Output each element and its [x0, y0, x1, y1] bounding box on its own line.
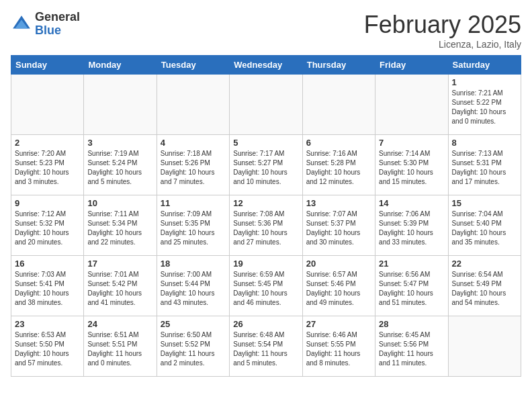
day-number: 6	[306, 138, 371, 148]
day-number: 20	[306, 259, 371, 269]
calendar-cell: 23Sunrise: 6:53 AM Sunset: 5:50 PM Dayli…	[11, 316, 84, 377]
header-monday: Monday	[84, 56, 157, 75]
day-number: 14	[379, 198, 444, 208]
logo-icon	[11, 13, 32, 35]
calendar-table: SundayMondayTuesdayWednesdayThursdayFrid…	[11, 55, 521, 377]
day-info: Sunrise: 6:56 AM Sunset: 5:47 PM Dayligh…	[379, 270, 444, 308]
calendar-week-2: 2Sunrise: 7:20 AM Sunset: 5:23 PM Daylig…	[11, 135, 521, 195]
calendar-cell: 14Sunrise: 7:06 AM Sunset: 5:39 PM Dayli…	[375, 195, 448, 256]
day-number: 12	[233, 198, 298, 208]
day-number: 18	[161, 259, 226, 269]
page-header: General Blue February 2025 Licenza, Lazi…	[11, 11, 521, 50]
day-number: 27	[306, 319, 371, 329]
day-number: 5	[233, 138, 298, 148]
calendar-cell: 12Sunrise: 7:08 AM Sunset: 5:36 PM Dayli…	[230, 195, 302, 256]
day-number: 3	[87, 138, 152, 148]
day-number: 17	[87, 259, 152, 269]
calendar-cell: 3Sunrise: 7:19 AM Sunset: 5:24 PM Daylig…	[84, 135, 157, 195]
calendar-cell: 1Sunrise: 7:21 AM Sunset: 5:22 PM Daylig…	[448, 75, 521, 135]
calendar-week-1: 1Sunrise: 7:21 AM Sunset: 5:22 PM Daylig…	[11, 75, 521, 135]
calendar-cell: 5Sunrise: 7:17 AM Sunset: 5:27 PM Daylig…	[230, 135, 302, 195]
day-number: 28	[379, 319, 444, 329]
day-number: 24	[87, 319, 152, 329]
day-info: Sunrise: 6:46 AM Sunset: 5:55 PM Dayligh…	[306, 330, 371, 368]
calendar-week-4: 16Sunrise: 7:03 AM Sunset: 5:41 PM Dayli…	[11, 256, 521, 316]
day-info: Sunrise: 7:19 AM Sunset: 5:24 PM Dayligh…	[87, 149, 152, 187]
day-info: Sunrise: 7:08 AM Sunset: 5:36 PM Dayligh…	[233, 210, 298, 247]
day-info: Sunrise: 6:50 AM Sunset: 5:52 PM Dayligh…	[161, 330, 226, 368]
calendar-cell: 21Sunrise: 6:56 AM Sunset: 5:47 PM Dayli…	[375, 256, 448, 316]
calendar-cell: 22Sunrise: 6:54 AM Sunset: 5:49 PM Dayli…	[448, 256, 521, 316]
day-info: Sunrise: 6:51 AM Sunset: 5:51 PM Dayligh…	[87, 330, 152, 368]
day-info: Sunrise: 6:57 AM Sunset: 5:46 PM Dayligh…	[306, 270, 371, 308]
day-info: Sunrise: 7:06 AM Sunset: 5:39 PM Dayligh…	[379, 210, 444, 247]
day-info: Sunrise: 7:04 AM Sunset: 5:40 PM Dayligh…	[452, 210, 517, 247]
calendar-cell: 20Sunrise: 6:57 AM Sunset: 5:46 PM Dayli…	[302, 256, 375, 316]
calendar-cell: 16Sunrise: 7:03 AM Sunset: 5:41 PM Dayli…	[11, 256, 84, 316]
title-section: February 2025 Licenza, Lazio, Italy	[364, 11, 521, 50]
day-info: Sunrise: 7:01 AM Sunset: 5:42 PM Dayligh…	[87, 270, 152, 308]
day-number: 21	[379, 259, 444, 269]
location: Licenza, Lazio, Italy	[364, 39, 521, 50]
day-info: Sunrise: 7:12 AM Sunset: 5:32 PM Dayligh…	[15, 210, 80, 247]
month-title: February 2025	[364, 11, 521, 39]
calendar-cell	[11, 75, 84, 135]
day-info: Sunrise: 7:18 AM Sunset: 5:26 PM Dayligh…	[161, 149, 226, 187]
day-number: 25	[161, 319, 226, 329]
day-info: Sunrise: 7:17 AM Sunset: 5:27 PM Dayligh…	[233, 149, 298, 187]
calendar-cell: 25Sunrise: 6:50 AM Sunset: 5:52 PM Dayli…	[157, 316, 229, 377]
logo-general: General	[35, 11, 80, 24]
day-number: 26	[233, 319, 298, 329]
day-number: 11	[161, 198, 226, 208]
day-info: Sunrise: 7:14 AM Sunset: 5:30 PM Dayligh…	[379, 149, 444, 187]
day-info: Sunrise: 7:16 AM Sunset: 5:28 PM Dayligh…	[306, 149, 371, 187]
calendar-week-3: 9Sunrise: 7:12 AM Sunset: 5:32 PM Daylig…	[11, 195, 521, 256]
calendar-cell: 6Sunrise: 7:16 AM Sunset: 5:28 PM Daylig…	[302, 135, 375, 195]
header-tuesday: Tuesday	[157, 56, 229, 75]
day-number: 4	[161, 138, 226, 148]
header-sunday: Sunday	[11, 56, 84, 75]
calendar-cell: 28Sunrise: 6:45 AM Sunset: 5:56 PM Dayli…	[375, 316, 448, 377]
header-saturday: Saturday	[448, 56, 521, 75]
day-info: Sunrise: 7:13 AM Sunset: 5:31 PM Dayligh…	[452, 149, 517, 187]
calendar-cell	[230, 75, 302, 135]
calendar-cell: 15Sunrise: 7:04 AM Sunset: 5:40 PM Dayli…	[448, 195, 521, 256]
calendar-cell	[84, 75, 157, 135]
day-info: Sunrise: 7:11 AM Sunset: 5:34 PM Dayligh…	[87, 210, 152, 247]
calendar-cell	[302, 75, 375, 135]
day-info: Sunrise: 6:59 AM Sunset: 5:45 PM Dayligh…	[233, 270, 298, 308]
header-wednesday: Wednesday	[230, 56, 302, 75]
calendar-cell: 10Sunrise: 7:11 AM Sunset: 5:34 PM Dayli…	[84, 195, 157, 256]
day-number: 9	[15, 198, 80, 208]
day-number: 19	[233, 259, 298, 269]
calendar-cell: 7Sunrise: 7:14 AM Sunset: 5:30 PM Daylig…	[375, 135, 448, 195]
day-info: Sunrise: 6:53 AM Sunset: 5:50 PM Dayligh…	[15, 330, 80, 368]
day-info: Sunrise: 6:45 AM Sunset: 5:56 PM Dayligh…	[379, 330, 444, 368]
day-number: 1	[452, 77, 517, 87]
calendar-cell: 18Sunrise: 7:00 AM Sunset: 5:44 PM Dayli…	[157, 256, 229, 316]
calendar-cell	[448, 316, 521, 377]
header-friday: Friday	[375, 56, 448, 75]
calendar-cell: 24Sunrise: 6:51 AM Sunset: 5:51 PM Dayli…	[84, 316, 157, 377]
header-thursday: Thursday	[302, 56, 375, 75]
calendar-cell: 13Sunrise: 7:07 AM Sunset: 5:37 PM Dayli…	[302, 195, 375, 256]
calendar-cell: 9Sunrise: 7:12 AM Sunset: 5:32 PM Daylig…	[11, 195, 84, 256]
calendar-cell: 27Sunrise: 6:46 AM Sunset: 5:55 PM Dayli…	[302, 316, 375, 377]
logo-blue: Blue	[35, 24, 80, 38]
day-number: 2	[15, 138, 80, 148]
logo-text: General Blue	[35, 11, 80, 38]
day-info: Sunrise: 7:00 AM Sunset: 5:44 PM Dayligh…	[161, 270, 226, 308]
calendar-cell: 19Sunrise: 6:59 AM Sunset: 5:45 PM Dayli…	[230, 256, 302, 316]
day-number: 7	[379, 138, 444, 148]
calendar-cell: 8Sunrise: 7:13 AM Sunset: 5:31 PM Daylig…	[448, 135, 521, 195]
day-number: 23	[15, 319, 80, 329]
calendar-cell: 26Sunrise: 6:48 AM Sunset: 5:54 PM Dayli…	[230, 316, 302, 377]
day-info: Sunrise: 7:21 AM Sunset: 5:22 PM Dayligh…	[452, 89, 517, 126]
day-info: Sunrise: 6:54 AM Sunset: 5:49 PM Dayligh…	[452, 270, 517, 308]
calendar-cell	[375, 75, 448, 135]
calendar-cell: 11Sunrise: 7:09 AM Sunset: 5:35 PM Dayli…	[157, 195, 229, 256]
day-info: Sunrise: 6:48 AM Sunset: 5:54 PM Dayligh…	[233, 330, 298, 368]
calendar-week-5: 23Sunrise: 6:53 AM Sunset: 5:50 PM Dayli…	[11, 316, 521, 377]
calendar-cell	[157, 75, 229, 135]
calendar-cell: 2Sunrise: 7:20 AM Sunset: 5:23 PM Daylig…	[11, 135, 84, 195]
